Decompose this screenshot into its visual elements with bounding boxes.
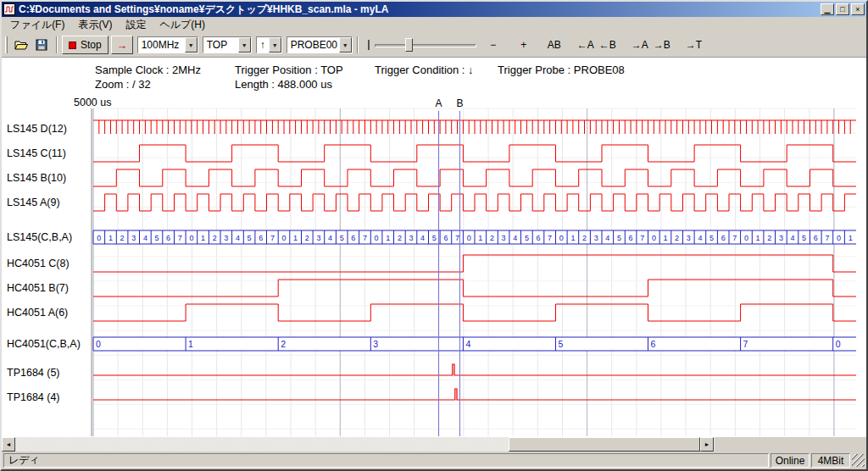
horizontal-scrollbar[interactable]: ◄ ► (2, 437, 715, 452)
svg-text:0: 0 (375, 234, 379, 242)
chevron-down-icon[interactable]: ▼ (339, 37, 352, 53)
waveform-hc4051-bus: 012345670 (93, 337, 856, 351)
scroll-right-button[interactable]: ► (700, 437, 714, 452)
floppy-disk-icon (35, 38, 48, 52)
svg-text:3: 3 (594, 234, 598, 242)
menu-item-file[interactable]: ファイル(F) (3, 16, 71, 34)
svg-text:6: 6 (166, 234, 170, 242)
run-button[interactable]: → (111, 36, 133, 54)
sample-rate-select[interactable]: 100MHz▼ (137, 36, 198, 53)
svg-text:3: 3 (373, 339, 378, 349)
waveform-tp1684-5 (93, 364, 856, 375)
svg-text:4: 4 (328, 234, 332, 242)
svg-text:3: 3 (224, 234, 228, 242)
svg-text:0: 0 (652, 234, 656, 242)
trigger-probe-value: PROBE00 (287, 39, 339, 51)
stop-button[interactable]: Stop (62, 36, 108, 54)
svg-text:4: 4 (605, 234, 609, 242)
svg-text:7: 7 (825, 234, 829, 242)
cursor-a-right-button[interactable]: →A (629, 36, 651, 53)
maximize-button[interactable]: □ (836, 3, 849, 15)
trigger-position-value: TOP (203, 39, 238, 51)
svg-text:5: 5 (709, 234, 714, 242)
minimize-button[interactable]: ▁ (821, 3, 834, 15)
trigger-position-select[interactable]: TOP▼ (203, 36, 252, 53)
svg-text:0: 0 (744, 234, 748, 242)
svg-text:4: 4 (236, 234, 240, 242)
cursor-b-right-button[interactable]: →B (651, 36, 673, 53)
svg-text:0: 0 (837, 234, 841, 242)
scrollbar-thumb[interactable] (509, 437, 700, 452)
goto-trigger-button[interactable]: →T (683, 36, 704, 53)
svg-text:3: 3 (409, 234, 413, 242)
svg-text:5: 5 (617, 234, 621, 242)
svg-text:4: 4 (143, 234, 147, 242)
zoom-in-button[interactable]: + (514, 36, 534, 53)
svg-text:4: 4 (513, 234, 517, 242)
svg-text:1: 1 (478, 234, 482, 242)
svg-text:5: 5 (525, 234, 529, 242)
chevron-down-icon[interactable]: ▼ (269, 37, 281, 53)
cursor-a-left-button[interactable]: ←A (575, 36, 597, 53)
channel-label-ls145-b: LS145 B(10) (7, 171, 66, 185)
app-window: C:¥Documents and Settings¥noname¥デスクトップ¥… (0, 0, 868, 471)
svg-text:6: 6 (721, 234, 726, 242)
svg-text:3: 3 (502, 234, 506, 242)
svg-text:0: 0 (467, 234, 471, 242)
zoom-slider[interactable] (375, 36, 476, 54)
svg-text:4: 4 (698, 234, 702, 242)
waveform-ls145-c (93, 145, 856, 162)
slider-thumb[interactable] (405, 38, 413, 52)
close-button[interactable]: × (851, 3, 865, 15)
horizontal-scrollbar-row: ◄ ► (2, 437, 866, 452)
svg-text:7: 7 (455, 234, 459, 242)
waveform-hc4051-c (93, 255, 856, 272)
svg-text:7: 7 (270, 234, 275, 242)
open-button[interactable] (11, 36, 31, 54)
svg-text:3: 3 (779, 234, 783, 242)
menu-item-view[interactable]: 表示(V) (71, 16, 119, 34)
svg-text:5: 5 (559, 339, 564, 349)
chevron-down-icon[interactable]: ▼ (238, 37, 251, 53)
scroll-left-button[interactable]: ◄ (2, 437, 15, 452)
channel-label-ls145-c: LS145 C(11) (7, 147, 66, 160)
cursor-b-left-button[interactable]: ←B (597, 36, 619, 53)
svg-text:5: 5 (154, 234, 159, 242)
menu-item-help[interactable]: ヘルプ(H) (153, 16, 212, 34)
ab-button[interactable]: AB (544, 36, 565, 53)
slider-track[interactable] (375, 44, 476, 47)
save-button[interactable] (31, 36, 52, 54)
trigger-edge-value: ↑ (257, 39, 269, 51)
resize-grip[interactable] (852, 454, 865, 467)
stop-icon (69, 42, 76, 49)
trigger-condition-text: Trigger Condition : ↓ (375, 64, 474, 76)
menu-item-settings[interactable]: 設定 (119, 16, 153, 34)
svg-text:6: 6 (651, 339, 656, 349)
trigger-probe-select[interactable]: PROBE00▼ (287, 36, 353, 53)
trigger-probe-text: Trigger Probe : PROBE08 (498, 64, 625, 76)
svg-text:5: 5 (248, 234, 252, 242)
svg-text:2: 2 (675, 234, 679, 242)
channel-label-ls145-bus: LS145(C,B,A) (7, 230, 72, 244)
svg-text:7: 7 (743, 339, 748, 349)
waveform-hc4051-b (93, 280, 856, 296)
zoom-out-button[interactable]: − (483, 36, 504, 53)
zoom-text: Zoom : / 32 (95, 78, 151, 91)
waveform-ls145-b (93, 169, 856, 186)
trigger-position-text: Trigger Position : TOP (235, 64, 343, 76)
menubar: ファイル(F)表示(V)設定ヘルプ(H) (2, 17, 866, 33)
waveform-hc4051-a (93, 304, 856, 321)
chevron-down-icon[interactable]: ▼ (185, 37, 198, 53)
trigger-edge-select[interactable]: ↑▼ (256, 36, 282, 53)
channel-label-ls145-d: LS145 D(12) (7, 122, 67, 136)
svg-text:2: 2 (120, 234, 125, 242)
toolbar-grip (5, 36, 8, 53)
svg-text:4: 4 (465, 339, 470, 349)
cursor-b[interactable]: B (456, 97, 463, 436)
svg-text:0: 0 (559, 234, 564, 242)
cursor-a[interactable]: A (435, 97, 442, 436)
app-icon (3, 3, 15, 15)
svg-text:7: 7 (363, 234, 367, 242)
svg-text:6: 6 (629, 234, 633, 242)
online-status-badge: Online (771, 453, 810, 468)
